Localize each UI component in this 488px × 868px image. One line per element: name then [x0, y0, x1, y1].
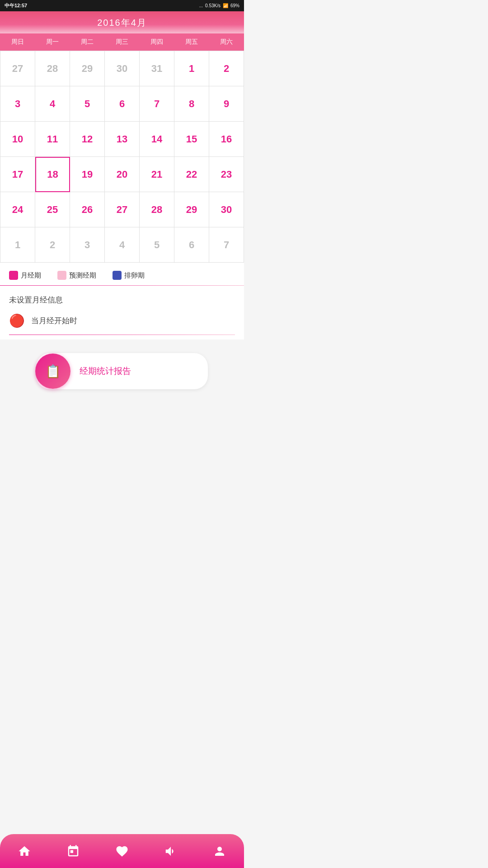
legend-color-predicted [57, 271, 66, 280]
calendar-day[interactable]: 7 [140, 86, 174, 122]
report-label: 经期统计报告 [80, 365, 131, 377]
calendar-header: 2016年4月 [0, 11, 244, 33]
legend-color-ovulation [113, 271, 122, 280]
drop-label: 当月经开始时 [31, 316, 77, 326]
calendar-day[interactable]: 5 [70, 86, 105, 122]
report-icon-circle: 📋 [35, 354, 70, 389]
report-section: 📋 经期统计报告 [0, 340, 244, 398]
dow-cell: 周二 [70, 33, 104, 51]
dow-cell: 周五 [174, 33, 209, 51]
calendar-day[interactable]: 17 [0, 157, 35, 192]
calendar-day[interactable]: 23 [209, 157, 244, 192]
calendar-day[interactable]: 6 [174, 227, 209, 263]
signal-indicator: ... [199, 3, 203, 8]
divider-2 [9, 335, 235, 335]
drop-icon: 🔴 [9, 313, 25, 328]
calendar-day[interactable]: 4 [105, 227, 140, 263]
calendar-day[interactable]: 30 [105, 51, 140, 86]
calendar-day[interactable]: 12 [70, 122, 105, 157]
battery-indicator: 69% [230, 3, 239, 8]
calendar-day[interactable]: 29 [70, 51, 105, 86]
dow-cell: 周三 [104, 33, 139, 51]
status-right: ... 0.53K/s 📶 69% [199, 3, 239, 8]
calendar-day[interactable]: 28 [35, 51, 70, 86]
calendar-day[interactable]: 21 [140, 157, 174, 192]
calendar-day[interactable]: 24 [0, 192, 35, 227]
calendar-day[interactable]: 19 [70, 157, 105, 192]
calendar-day[interactable]: 2 [35, 227, 70, 263]
calendar-day[interactable]: 22 [174, 157, 209, 192]
status-time: 中午12:57 [5, 2, 27, 9]
info-row: 🔴 当月经开始时 [9, 313, 235, 328]
calendar-day[interactable]: 6 [105, 86, 140, 122]
legend-label: 月经期 [21, 271, 41, 280]
calendar-day[interactable]: 27 [0, 51, 35, 86]
calendar-day[interactable]: 11 [35, 122, 70, 157]
legend-color-menstrual [9, 271, 18, 280]
calendar-day[interactable]: 28 [140, 192, 174, 227]
calendar-day[interactable]: 30 [209, 192, 244, 227]
calendar-day[interactable]: 5 [140, 227, 174, 263]
status-bar: 中午12:57 ... 0.53K/s 📶 69% [0, 0, 244, 11]
info-title: 未设置月经信息 [9, 295, 235, 305]
calendar-day[interactable]: 25 [35, 192, 70, 227]
calendar-day[interactable]: 4 [35, 86, 70, 122]
calendar-day[interactable]: 1 [174, 51, 209, 86]
calendar-day[interactable]: 9 [209, 86, 244, 122]
calendar-day[interactable]: 31 [140, 51, 174, 86]
dow-cell: 周四 [140, 33, 174, 51]
calendar-day[interactable]: 27 [105, 192, 140, 227]
calendar-day[interactable]: 7 [209, 227, 244, 263]
legend-item: 排卵期 [113, 271, 145, 280]
calendar-day[interactable]: 10 [0, 122, 35, 157]
calendar-day[interactable]: 2 [209, 51, 244, 86]
calendar-day[interactable]: 29 [174, 192, 209, 227]
calendar-day[interactable]: 13 [105, 122, 140, 157]
calendar-day[interactable]: 14 [140, 122, 174, 157]
calendar-day[interactable]: 15 [174, 122, 209, 157]
calendar-day[interactable]: 8 [174, 86, 209, 122]
month-title: 2016年4月 [0, 17, 244, 29]
calendar-day[interactable]: 16 [209, 122, 244, 157]
legend: 月经期预测经期排卵期 [0, 263, 244, 285]
legend-item: 预测经期 [57, 271, 96, 280]
info-section: 未设置月经信息 🔴 当月经开始时 [0, 286, 244, 340]
calendar-day[interactable]: 3 [70, 227, 105, 263]
wifi-icon: 📶 [223, 3, 228, 8]
days-of-week-row: 周日周一周二周三周四周五周六 [0, 33, 244, 51]
dow-cell: 周六 [209, 33, 244, 51]
dow-cell: 周一 [35, 33, 70, 51]
report-list-icon: 📋 [45, 364, 61, 379]
calendar-grid[interactable]: 2728293031123456789101112131415161718192… [0, 51, 244, 263]
speed-indicator: 0.53K/s [205, 3, 221, 8]
legend-label: 排卵期 [124, 271, 145, 280]
calendar-day[interactable]: 20 [105, 157, 140, 192]
calendar-day[interactable]: 18 [35, 157, 70, 192]
calendar-day[interactable]: 1 [0, 227, 35, 263]
calendar-day[interactable]: 26 [70, 192, 105, 227]
dow-cell: 周日 [0, 33, 35, 51]
legend-label: 预测经期 [69, 271, 96, 280]
report-card[interactable]: 📋 经期统计报告 [36, 353, 208, 389]
calendar-day[interactable]: 3 [0, 86, 35, 122]
legend-item: 月经期 [9, 271, 41, 280]
